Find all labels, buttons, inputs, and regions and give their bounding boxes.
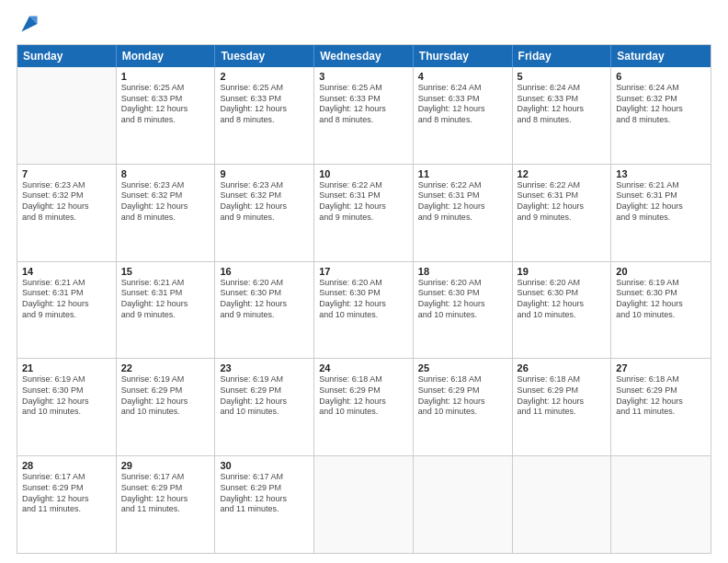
day-number: 7: [22, 168, 111, 179]
cell-info-line: Daylight: 12 hours: [319, 104, 408, 115]
cell-info-line: Daylight: 12 hours: [121, 299, 210, 310]
calendar-cell: 12Sunrise: 6:22 AMSunset: 6:31 PMDayligh…: [513, 165, 612, 261]
cell-info-line: Sunset: 6:32 PM: [616, 94, 706, 105]
calendar-cell: 17Sunrise: 6:20 AMSunset: 6:30 PMDayligh…: [314, 262, 414, 359]
day-number: 2: [220, 71, 309, 82]
cell-info-line: Sunset: 6:31 PM: [22, 288, 111, 299]
day-number: 10: [319, 168, 408, 179]
cell-info-line: Daylight: 12 hours: [121, 104, 210, 115]
page: SundayMondayTuesdayWednesdayThursdayFrid…: [0, 0, 728, 563]
cell-info-line: and 11 minutes.: [22, 504, 111, 515]
cell-info-line: Sunrise: 6:19 AM: [616, 278, 706, 289]
header-day-tuesday: Tuesday: [215, 45, 314, 67]
calendar-cell: 4Sunrise: 6:24 AMSunset: 6:33 PMDaylight…: [414, 67, 513, 164]
cell-info-line: and 8 minutes.: [220, 115, 309, 126]
cell-info-line: Daylight: 12 hours: [616, 396, 706, 408]
calendar-cell: 19Sunrise: 6:20 AMSunset: 6:30 PMDayligh…: [513, 262, 612, 359]
cell-info-line: and 11 minutes.: [121, 504, 210, 515]
logo: [17, 17, 40, 35]
header-day-saturday: Saturday: [611, 45, 711, 67]
cell-info-line: Daylight: 12 hours: [22, 299, 111, 310]
cell-info-line: Sunrise: 6:24 AM: [418, 83, 507, 94]
cell-info-line: Sunrise: 6:21 AM: [121, 278, 210, 289]
cell-info-line: Sunset: 6:31 PM: [518, 190, 607, 201]
cell-info-line: Sunrise: 6:20 AM: [518, 278, 607, 289]
cell-info-line: Daylight: 12 hours: [121, 396, 210, 408]
cell-info-line: Daylight: 12 hours: [22, 494, 111, 505]
cell-info-line: Sunrise: 6:18 AM: [616, 374, 706, 385]
calendar-cell: 22Sunrise: 6:19 AMSunset: 6:29 PMDayligh…: [117, 359, 216, 455]
cell-info-line: Daylight: 12 hours: [518, 201, 607, 213]
calendar-cell: 11Sunrise: 6:22 AMSunset: 6:31 PMDayligh…: [414, 165, 513, 261]
cell-info-line: Sunrise: 6:19 AM: [22, 374, 111, 385]
cell-info-line: Sunrise: 6:20 AM: [418, 278, 507, 289]
cell-info-line: Sunrise: 6:23 AM: [220, 180, 309, 191]
header-day-thursday: Thursday: [414, 45, 513, 67]
day-number: 14: [22, 266, 111, 277]
calendar-body: 1Sunrise: 6:25 AMSunset: 6:33 PMDaylight…: [17, 67, 711, 553]
day-number: 6: [616, 71, 706, 82]
cell-info-line: Sunset: 6:30 PM: [616, 288, 706, 299]
cell-info-line: Sunrise: 6:18 AM: [319, 374, 408, 385]
cell-info-line: Daylight: 12 hours: [22, 201, 111, 213]
cell-info-line: Daylight: 12 hours: [22, 396, 111, 408]
cell-info-line: Daylight: 12 hours: [616, 201, 706, 213]
cell-info-line: and 11 minutes.: [518, 407, 607, 418]
cell-info-line: Sunrise: 6:17 AM: [121, 472, 210, 483]
day-number: 21: [22, 362, 111, 373]
cell-info-line: and 8 minutes.: [518, 115, 607, 126]
cell-info-line: and 10 minutes.: [121, 407, 210, 418]
cell-info-line: Daylight: 12 hours: [319, 299, 408, 310]
calendar-cell: 23Sunrise: 6:19 AMSunset: 6:29 PMDayligh…: [215, 359, 314, 455]
calendar-cell: 18Sunrise: 6:20 AMSunset: 6:30 PMDayligh…: [414, 262, 513, 359]
cell-info-line: and 8 minutes.: [616, 115, 706, 126]
calendar-cell: 30Sunrise: 6:17 AMSunset: 6:29 PMDayligh…: [215, 456, 314, 553]
day-number: 18: [418, 266, 507, 277]
cell-info-line: Sunset: 6:29 PM: [616, 385, 706, 396]
calendar-cell: 21Sunrise: 6:19 AMSunset: 6:30 PMDayligh…: [17, 359, 117, 455]
cell-info-line: Sunset: 6:29 PM: [518, 385, 607, 396]
cell-info-line: Sunset: 6:29 PM: [121, 385, 210, 396]
cell-info-line: Sunrise: 6:23 AM: [22, 180, 111, 191]
logo-icon: [18, 13, 40, 35]
cell-info-line: and 10 minutes.: [418, 310, 507, 321]
calendar-cell: [314, 456, 414, 553]
cell-info-line: Sunrise: 6:25 AM: [121, 83, 210, 94]
cell-info-line: Sunset: 6:29 PM: [220, 385, 309, 396]
calendar-cell: 27Sunrise: 6:18 AMSunset: 6:29 PMDayligh…: [611, 359, 711, 455]
cell-info-line: Sunset: 6:29 PM: [220, 483, 309, 494]
cell-info-line: Sunset: 6:33 PM: [418, 94, 507, 105]
cell-info-line: Daylight: 12 hours: [121, 201, 210, 213]
day-number: 3: [319, 71, 408, 82]
calendar-cell: 5Sunrise: 6:24 AMSunset: 6:33 PMDaylight…: [513, 67, 612, 164]
calendar-row-1: 7Sunrise: 6:23 AMSunset: 6:32 PMDaylight…: [17, 164, 711, 261]
cell-info-line: Sunset: 6:31 PM: [121, 288, 210, 299]
cell-info-line: and 10 minutes.: [518, 310, 607, 321]
cell-info-line: Daylight: 12 hours: [616, 299, 706, 310]
calendar-cell: 14Sunrise: 6:21 AMSunset: 6:31 PMDayligh…: [17, 262, 117, 359]
logo-text: [17, 17, 40, 35]
calendar-row-2: 14Sunrise: 6:21 AMSunset: 6:31 PMDayligh…: [17, 261, 711, 359]
cell-info-line: Sunset: 6:30 PM: [220, 288, 309, 299]
cell-info-line: Sunrise: 6:18 AM: [518, 374, 607, 385]
cell-info-line: and 10 minutes.: [220, 407, 309, 418]
cell-info-line: Daylight: 12 hours: [418, 201, 507, 213]
day-number: 8: [121, 168, 210, 179]
cell-info-line: Daylight: 12 hours: [319, 201, 408, 213]
day-number: 25: [418, 362, 507, 373]
cell-info-line: Sunset: 6:29 PM: [121, 483, 210, 494]
cell-info-line: Sunset: 6:31 PM: [616, 190, 706, 201]
calendar-cell: 24Sunrise: 6:18 AMSunset: 6:29 PMDayligh…: [314, 359, 414, 455]
cell-info-line: and 10 minutes.: [22, 407, 111, 418]
cell-info-line: Daylight: 12 hours: [220, 104, 309, 115]
cell-info-line: Sunset: 6:32 PM: [220, 190, 309, 201]
calendar-cell: 7Sunrise: 6:23 AMSunset: 6:32 PMDaylight…: [17, 165, 117, 261]
cell-info-line: Sunrise: 6:20 AM: [220, 278, 309, 289]
header-day-friday: Friday: [513, 45, 612, 67]
header: [17, 17, 711, 35]
day-number: 24: [319, 362, 408, 373]
header-day-sunday: Sunday: [17, 45, 117, 67]
cell-info-line: and 10 minutes.: [418, 407, 507, 418]
day-number: 4: [418, 71, 507, 82]
cell-info-line: Sunset: 6:33 PM: [121, 94, 210, 105]
